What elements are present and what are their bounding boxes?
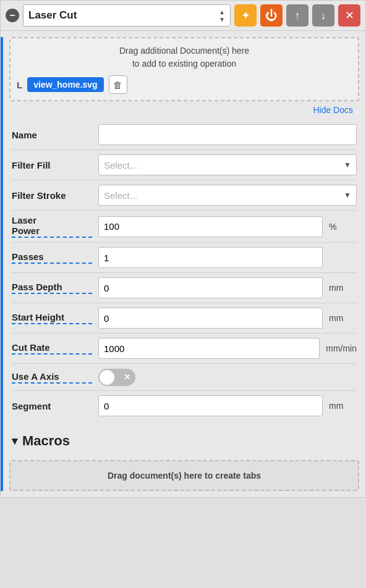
pass-depth-unit: mm [329, 283, 357, 293]
hide-docs-link[interactable]: Hide Docs [3, 101, 359, 116]
panel: − Laser Cut ▲ ▼ ✦ ⏻ ↑ ↓ ✕ Drag [0, 0, 366, 498]
filter-fill-label: Filter Fill [12, 160, 92, 170]
wand-button[interactable]: ✦ [234, 4, 257, 27]
header: − Laser Cut ▲ ▼ ✦ ⏻ ↑ ↓ ✕ [1, 1, 365, 31]
use-a-axis-label: Use A Axis [12, 371, 92, 384]
filter-fill-select[interactable]: Select... ▼ [98, 154, 357, 175]
docs-drag-text: Drag additional Document(s) here to add … [17, 44, 352, 70]
arrow-up-icon: ↑ [295, 9, 300, 22]
laser-power-label: Laser Power [12, 215, 92, 238]
form-area: Name Filter Fill Select... ▼ Filter Stro… [3, 116, 365, 427]
trash-icon: 🗑 [113, 80, 122, 90]
macros-label: Macros [22, 433, 70, 449]
laser-power-unit: % [329, 222, 357, 232]
filter-fill-row: Filter Fill Select... ▼ [12, 150, 357, 180]
start-height-row: Start Height mm [12, 303, 357, 334]
passes-label: Passes [12, 251, 92, 264]
macros-header[interactable]: ▾ Macros [12, 433, 357, 449]
laser-power-row: Laser Power % [12, 211, 357, 243]
segment-input[interactable] [98, 395, 323, 416]
use-a-axis-row: Use A Axis ✕ [12, 364, 357, 391]
pass-depth-label: Pass Depth [12, 282, 92, 294]
segment-unit: mm [329, 401, 357, 411]
operation-name: Laser Cut [28, 9, 219, 22]
close-icon: ✕ [345, 9, 354, 22]
cut-rate-unit: mm/min [326, 343, 357, 353]
passes-row: Passes [12, 243, 357, 273]
bottom-drop-area[interactable]: Drag document(s) here to create tabs [9, 460, 359, 491]
power-button[interactable]: ⏻ [260, 4, 283, 27]
start-height-unit: mm [329, 313, 357, 323]
segment-row: Segment mm [12, 391, 357, 421]
name-input-wrap [98, 124, 357, 145]
pass-depth-row: Pass Depth mm [12, 273, 357, 303]
passes-input[interactable] [98, 247, 323, 268]
macros-section: ▾ Macros [3, 427, 365, 453]
name-label: Name [12, 130, 92, 140]
delete-file-button[interactable]: 🗑 [109, 75, 127, 94]
move-down-button[interactable]: ↓ [312, 4, 334, 27]
operation-select[interactable]: Laser Cut ▲ ▼ [23, 4, 231, 27]
filter-stroke-row: Filter Stroke Select... ▼ [12, 180, 357, 211]
start-height-input[interactable] [98, 308, 323, 329]
move-up-button[interactable]: ↑ [286, 4, 309, 27]
use-a-axis-toggle[interactable]: ✕ [98, 369, 135, 386]
wand-icon: ✦ [241, 9, 250, 22]
name-input[interactable] [99, 125, 356, 145]
docs-file-row: L view_home.svg 🗑 [17, 75, 352, 94]
power-icon: ⏻ [265, 9, 278, 23]
minimize-button[interactable]: − [6, 9, 19, 22]
filter-stroke-label: Filter Stroke [12, 190, 92, 201]
toggle-x-icon: ✕ [124, 372, 130, 382]
segment-label: Segment [12, 401, 92, 411]
arrow-down-icon: ↓ [321, 9, 326, 22]
name-row: Name [12, 120, 357, 150]
cut-rate-label: Cut Rate [12, 342, 92, 355]
filter-stroke-placeholder: Select... [104, 190, 344, 201]
toggle-knob [100, 370, 114, 385]
bottom-drag-text: Drag document(s) here to create tabs [108, 471, 261, 481]
filter-fill-arrow-icon: ▼ [344, 161, 351, 169]
pass-depth-input[interactable] [98, 277, 323, 298]
cut-rate-row: Cut Rate mm/min [12, 334, 357, 364]
laser-power-input[interactable] [98, 216, 323, 237]
file-chip[interactable]: view_home.svg [27, 77, 104, 92]
start-height-label: Start Height [12, 312, 92, 324]
close-button[interactable]: ✕ [338, 4, 360, 27]
docs-drop-area[interactable]: Drag additional Document(s) here to add … [9, 37, 359, 101]
select-arrows: ▲ ▼ [219, 9, 225, 23]
filter-stroke-select[interactable]: Select... ▼ [98, 185, 357, 206]
panel-body: Drag additional Document(s) here to add … [1, 37, 365, 491]
filter-stroke-arrow-icon: ▼ [344, 191, 351, 200]
docs-l-label: L [17, 80, 22, 90]
filter-fill-placeholder: Select... [104, 160, 344, 170]
macros-chevron-icon: ▾ [12, 434, 17, 448]
cut-rate-input[interactable] [98, 338, 320, 359]
